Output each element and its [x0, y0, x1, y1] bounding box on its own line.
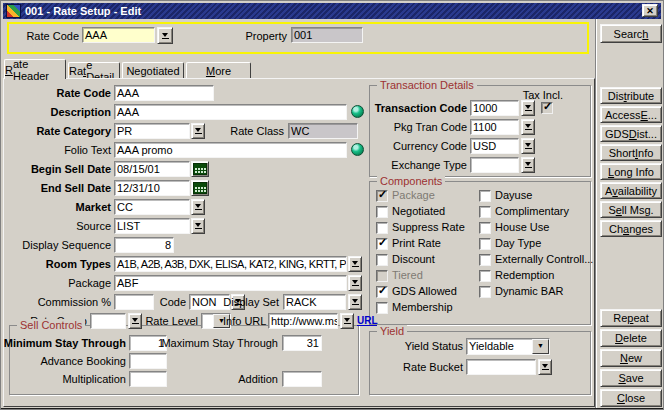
pkg-tran-code-lov-button[interactable]: [521, 119, 535, 135]
checkbox-complimentary[interactable]: Complimentary: [479, 205, 569, 218]
checkbox-gds-allowed[interactable]: GDS Allowed: [376, 285, 457, 298]
market-input[interactable]: CC: [114, 199, 190, 215]
rate-code-input[interactable]: AAA: [114, 85, 214, 101]
begin-sell-date-input[interactable]: 08/15/01: [114, 161, 190, 177]
checkbox-redemption[interactable]: Redemption: [479, 269, 554, 282]
begin-sell-date-label: Begin Sell Date: [1, 161, 111, 177]
short-info-button[interactable]: Short Info: [600, 144, 662, 161]
access-exclusion-button[interactable]: Access E...: [600, 106, 662, 123]
package-lov-button[interactable]: [348, 275, 362, 291]
checkbox-tiered[interactable]: Tiered: [376, 269, 423, 282]
begin-date-calendar-button[interactable]: [191, 161, 209, 177]
transaction-code-input[interactable]: 1000: [470, 100, 519, 116]
header-rate-code-lov-button[interactable]: [157, 27, 173, 44]
tab-negotiated[interactable]: Negotiated: [122, 62, 184, 78]
maximum-stay-input[interactable]: 31: [282, 335, 322, 351]
display-set-lov-button[interactable]: [348, 294, 362, 310]
source-input[interactable]: LIST: [114, 218, 190, 234]
info-url-lov-button[interactable]: [340, 313, 354, 329]
changes-button[interactable]: Changes: [600, 220, 662, 237]
folio-text-label: Folio Text: [1, 142, 111, 158]
display-sequence-input[interactable]: 8: [114, 237, 174, 253]
advance-booking-input[interactable]: [129, 353, 167, 369]
checkbox-dynamic-bar[interactable]: Dynamic BAR: [479, 285, 563, 298]
app-icon: [6, 4, 21, 18]
rate-category-label: Rate Category: [1, 123, 111, 139]
checkbox-box: [541, 102, 553, 114]
checkbox-discount[interactable]: Discount: [376, 253, 435, 266]
currency-code-lov-button[interactable]: [521, 138, 535, 154]
source-lov-button[interactable]: [191, 218, 205, 234]
commission-pct-label: Commission %: [1, 294, 111, 310]
search-button[interactable]: Search: [600, 24, 662, 43]
commission-pct-input[interactable]: [114, 294, 154, 310]
sell-controls-title: Sell Controls: [17, 319, 85, 332]
checkbox-negotiated[interactable]: Negotiated: [376, 205, 445, 218]
dropdown-arrow-icon: [352, 299, 358, 303]
checkbox-house-use[interactable]: House Use: [479, 221, 549, 234]
transaction-code-lov-button[interactable]: [521, 100, 535, 116]
description-input[interactable]: AAA: [114, 104, 347, 120]
components-title: Components: [377, 175, 445, 188]
tax-incl-checkbox[interactable]: [541, 101, 553, 114]
checkbox-day-type[interactable]: Day Type: [479, 237, 541, 250]
rate-setup-window: 001 - Rate Setup - Edit ✕ Rate Code AAA …: [0, 0, 664, 410]
addition-input[interactable]: [282, 371, 322, 387]
gds-distribute-button[interactable]: GDS Dist...: [600, 125, 662, 142]
yield-status-combobox[interactable]: Yieldable ▼: [466, 338, 550, 355]
globe-icon[interactable]: [351, 105, 364, 118]
source-label: Source: [1, 218, 111, 234]
room-types-lov-button[interactable]: [348, 256, 362, 272]
url-link[interactable]: URL: [357, 315, 378, 326]
folio-text-input[interactable]: AAA promo: [114, 142, 347, 158]
checkbox-box: [376, 222, 388, 234]
tab-rate-header[interactable]: Rate Header: [4, 59, 66, 79]
end-sell-date-input[interactable]: 12/31/10: [114, 180, 190, 196]
exchange-type-lov-button[interactable]: [521, 157, 535, 173]
new-button[interactable]: New: [600, 349, 662, 367]
close-button[interactable]: Close: [600, 389, 662, 407]
close-icon[interactable]: ✕: [642, 4, 658, 17]
package-input[interactable]: ABF: [114, 275, 347, 291]
checkbox-suppress-rate[interactable]: Suppress Rate: [376, 221, 465, 234]
checkbox-print-rate[interactable]: Print Rate: [376, 237, 441, 250]
end-date-calendar-button[interactable]: [191, 180, 209, 196]
globe-icon[interactable]: [351, 143, 364, 156]
repeat-button[interactable]: Repeat: [600, 309, 662, 327]
checkbox-box: [479, 222, 491, 234]
save-button[interactable]: Save: [600, 369, 662, 387]
chevron-down-icon[interactable]: ▼: [532, 339, 549, 354]
exchange-type-input[interactable]: [470, 157, 519, 173]
long-info-button[interactable]: Long Info: [600, 163, 662, 180]
rate-bucket-input[interactable]: [466, 359, 536, 375]
rate-bucket-lov-button[interactable]: [538, 359, 552, 375]
pkg-tran-code-input[interactable]: 1100: [470, 119, 519, 135]
dropdown-arrow-icon: [352, 280, 358, 284]
checkbox-dayuse[interactable]: Dayuse: [479, 189, 532, 202]
distribute-button[interactable]: Distribute: [600, 87, 662, 104]
sell-msg-button[interactable]: Sell Msg.: [600, 201, 662, 218]
tab-more[interactable]: More: [186, 62, 251, 78]
checkbox-box: [376, 270, 388, 282]
window-title: 001 - Rate Setup - Edit: [25, 5, 141, 17]
checkbox-membership[interactable]: Membership: [376, 301, 453, 314]
rate-category-input[interactable]: PR: [114, 123, 190, 139]
room-types-input[interactable]: A1B, A2B, A3B, DXK, ELISA, KAT2, KING, K…: [114, 256, 347, 272]
tab-rate-detail[interactable]: Rate Detail: [68, 62, 120, 78]
checkbox-package[interactable]: Package: [376, 189, 435, 202]
yield-title: Yield: [377, 325, 407, 338]
info-url-input[interactable]: http://www.ms: [268, 313, 338, 329]
availability-button[interactable]: Availability: [600, 182, 662, 199]
rate-group-input[interactable]: [90, 313, 126, 329]
display-set-input[interactable]: RACK: [283, 294, 346, 310]
checkbox-box: [479, 206, 491, 218]
end-sell-date-label: End Sell Date: [1, 180, 111, 196]
checkbox-externally-controlled[interactable]: Externally Controll...: [479, 253, 593, 266]
delete-button[interactable]: Delete: [600, 329, 662, 347]
currency-code-input[interactable]: USD: [470, 138, 519, 154]
addition-label: Addition: [151, 371, 278, 387]
header-rate-code-input[interactable]: AAA: [82, 27, 155, 43]
rate-group-lov-button[interactable]: [128, 313, 142, 329]
checkbox-label: Discount: [392, 253, 435, 266]
market-lov-button[interactable]: [191, 199, 205, 215]
